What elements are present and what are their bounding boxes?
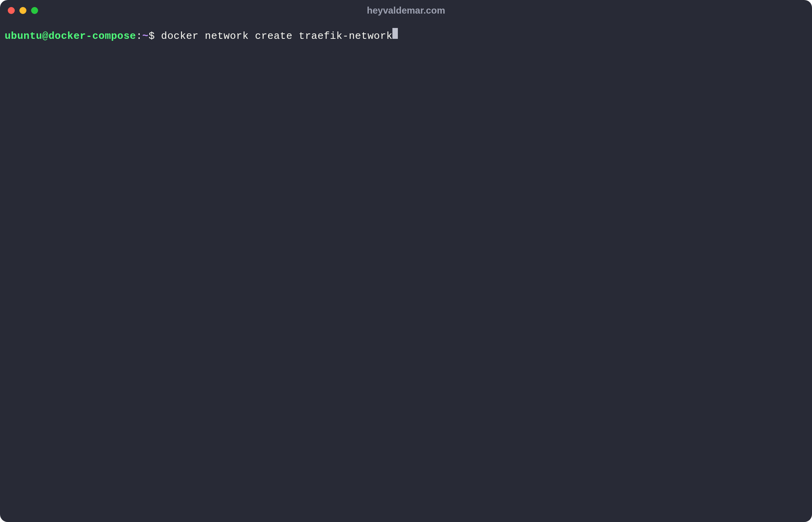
prompt-line: ubuntu@docker-compose:~$ docker network …: [5, 28, 807, 44]
title-bar: heyvaldemar.com: [0, 0, 812, 21]
window-controls: [8, 7, 38, 14]
maximize-button[interactable]: [31, 7, 38, 14]
terminal-window: heyvaldemar.com ubuntu@docker-compose:~$…: [0, 0, 812, 522]
terminal-body[interactable]: ubuntu@docker-compose:~$ docker network …: [0, 21, 812, 522]
minimize-button[interactable]: [19, 7, 26, 14]
command-text: docker network create traefik-network: [155, 29, 392, 44]
prompt-path: ~: [142, 29, 148, 44]
prompt-user-host: ubuntu@docker-compose: [5, 29, 136, 44]
cursor-icon: [392, 28, 398, 39]
prompt-symbol: $: [148, 29, 155, 44]
close-button[interactable]: [8, 7, 15, 14]
window-title: heyvaldemar.com: [367, 5, 445, 16]
prompt-colon: :: [136, 29, 142, 44]
